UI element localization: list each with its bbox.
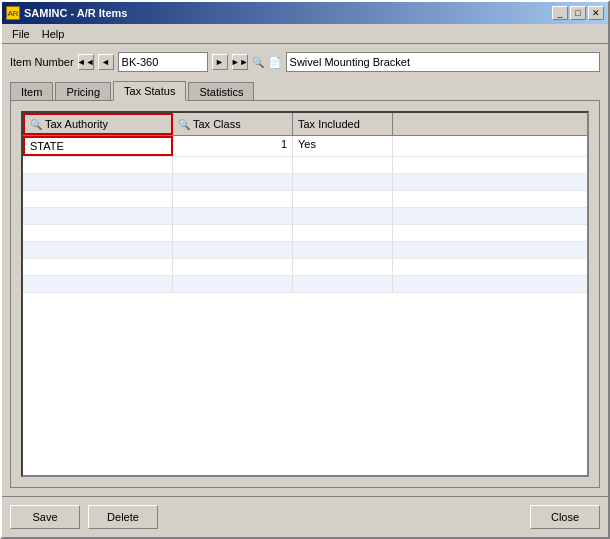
main-window: AR SAMINC - A/R Items _ □ ✕ File Help It… (0, 0, 610, 539)
cell-tax-authority-6 (23, 242, 173, 258)
search-icon-tax-authority[interactable]: 🔍 (30, 119, 42, 130)
cell-tax-included-2 (293, 174, 393, 190)
tab-panel-tax-status: 🔍 Tax Authority 🔍 Tax Class Tax Included (10, 100, 600, 488)
cell-tax-class-7 (173, 259, 293, 275)
tab-bar: Item Pricing Tax Status Statistics (10, 80, 600, 100)
cell-filler-5 (393, 225, 587, 241)
cell-filler-6 (393, 242, 587, 258)
save-button[interactable]: Save (10, 505, 80, 529)
cell-filler-4 (393, 208, 587, 224)
app-icon: AR (6, 6, 20, 20)
cell-tax-authority-2 (23, 174, 173, 190)
cell-tax-authority-3 (23, 191, 173, 207)
item-number-label: Item Number (10, 56, 74, 68)
doc-icon[interactable]: 📄 (268, 56, 282, 69)
nav-last-button[interactable]: ►► (232, 54, 248, 70)
close-button[interactable]: Close (530, 505, 600, 529)
col-header-tax-authority: 🔍 Tax Authority (23, 113, 173, 135)
table-row[interactable] (23, 157, 587, 174)
table-row[interactable] (23, 225, 587, 242)
menu-file[interactable]: File (6, 26, 36, 42)
cell-tax-included-6 (293, 242, 393, 258)
table-row[interactable] (23, 208, 587, 225)
cell-tax-included-7 (293, 259, 393, 275)
title-bar: AR SAMINC - A/R Items _ □ ✕ (2, 2, 608, 24)
cell-tax-included-5 (293, 225, 393, 241)
col-label-tax-class: Tax Class (193, 118, 241, 130)
cell-tax-class-6 (173, 242, 293, 258)
cell-tax-authority-7 (23, 259, 173, 275)
cell-filler-8 (393, 276, 587, 292)
content-area: Item Number ◄◄ ◄ ► ►► 🔍 📄 Item Pricing T… (2, 44, 608, 496)
grid-header: 🔍 Tax Authority 🔍 Tax Class Tax Included (23, 113, 587, 136)
maximize-button[interactable]: □ (570, 6, 586, 20)
cell-tax-class-2 (173, 174, 293, 190)
cell-filler-3 (393, 191, 587, 207)
tab-item[interactable]: Item (10, 82, 53, 101)
search-icon[interactable]: 🔍 (252, 57, 264, 68)
cell-tax-included-4 (293, 208, 393, 224)
nav-first-button[interactable]: ◄◄ (78, 54, 94, 70)
minimize-button[interactable]: _ (552, 6, 568, 20)
table-row[interactable] (23, 191, 587, 208)
cell-tax-class-8 (173, 276, 293, 292)
delete-button[interactable]: Delete (88, 505, 158, 529)
cell-tax-authority-8 (23, 276, 173, 292)
item-description-input[interactable] (286, 52, 600, 72)
search-icon-tax-class[interactable]: 🔍 (178, 119, 190, 130)
window-title: SAMINC - A/R Items (24, 7, 128, 19)
col-header-tax-included: Tax Included (293, 113, 393, 135)
table-row[interactable] (23, 259, 587, 276)
col-header-scrollbar-space (393, 113, 587, 135)
table-row[interactable] (23, 242, 587, 259)
bottom-left-buttons: Save Delete (10, 505, 158, 529)
cell-tax-included-8 (293, 276, 393, 292)
tab-statistics[interactable]: Statistics (188, 82, 254, 101)
col-label-tax-included: Tax Included (298, 118, 360, 130)
table-row[interactable] (23, 276, 587, 293)
title-bar-left: AR SAMINC - A/R Items (6, 6, 128, 20)
close-window-button[interactable]: ✕ (588, 6, 604, 20)
cell-filler-1 (393, 157, 587, 173)
cell-tax-included-1 (293, 157, 393, 173)
item-number-row: Item Number ◄◄ ◄ ► ►► 🔍 📄 (10, 52, 600, 72)
cell-tax-authority-5 (23, 225, 173, 241)
col-header-tax-class: 🔍 Tax Class (173, 113, 293, 135)
table-row[interactable]: STATE 1 Yes (23, 136, 587, 157)
cell-tax-included-3 (293, 191, 393, 207)
cell-tax-authority-4 (23, 208, 173, 224)
nav-prev-button[interactable]: ◄ (98, 54, 114, 70)
cell-tax-class-3 (173, 191, 293, 207)
bottom-bar: Save Delete Close (2, 496, 608, 537)
menu-help[interactable]: Help (36, 26, 71, 42)
cell-filler-7 (393, 259, 587, 275)
tax-grid: 🔍 Tax Authority 🔍 Tax Class Tax Included (21, 111, 589, 477)
tab-tax-status[interactable]: Tax Status (113, 81, 186, 101)
cell-tax-class-1 (173, 157, 293, 173)
cell-tax-authority-1 (23, 157, 173, 173)
cell-tax-class-4 (173, 208, 293, 224)
menu-bar: File Help (2, 24, 608, 44)
cell-filler-0 (393, 136, 587, 156)
cell-tax-authority-0[interactable]: STATE (23, 136, 173, 156)
table-row[interactable] (23, 174, 587, 191)
col-label-tax-authority: Tax Authority (45, 118, 108, 130)
title-buttons: _ □ ✕ (552, 6, 604, 20)
cell-tax-included-0[interactable]: Yes (293, 136, 393, 156)
tab-pricing[interactable]: Pricing (55, 82, 111, 101)
nav-next-button[interactable]: ► (212, 54, 228, 70)
cell-filler-2 (393, 174, 587, 190)
cell-tax-class-0[interactable]: 1 (173, 136, 293, 156)
item-number-input[interactable] (118, 52, 208, 72)
grid-body[interactable]: STATE 1 Yes (23, 136, 587, 475)
cell-tax-class-5 (173, 225, 293, 241)
